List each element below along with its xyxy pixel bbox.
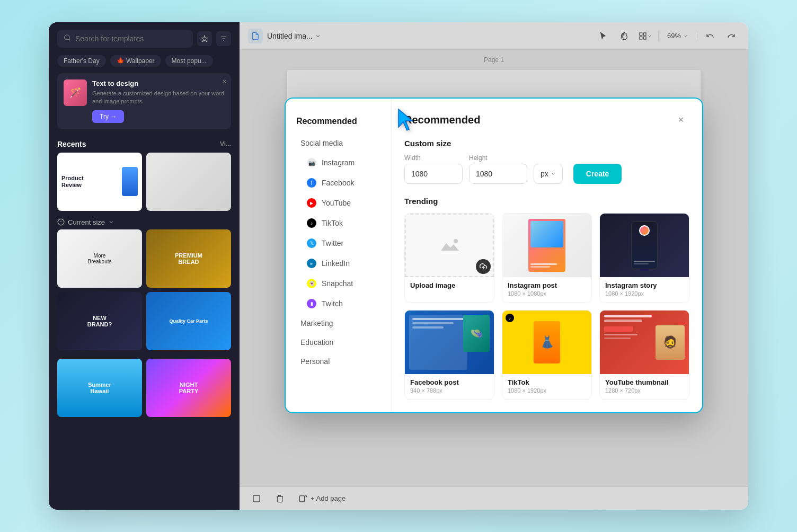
svg-point-13 xyxy=(454,239,458,243)
svg-point-0 xyxy=(65,35,69,40)
instagram-icon: 📷 xyxy=(307,158,316,167)
size-inputs: Width Height px xyxy=(404,154,689,184)
recent-item-summer[interactable]: SummerHawaii xyxy=(57,359,142,417)
custom-size-section: Custom size Width Height xyxy=(404,139,689,184)
modal-nav-education[interactable]: Education xyxy=(290,333,387,352)
modal-nav-linkedin[interactable]: in LinkedIn xyxy=(290,253,387,273)
banner-description: Generate a customized design based on yo… xyxy=(92,90,225,106)
trending-dims-youtube-thumbnail: 1280 × 720px xyxy=(605,387,684,394)
recents-grid-top: ProductReview xyxy=(49,153,240,215)
unit-field: px xyxy=(534,164,563,184)
recents-label: Recents xyxy=(57,140,86,148)
unit-select[interactable]: px xyxy=(534,164,563,184)
banner-thumbnail: 🪄 xyxy=(64,79,87,106)
trending-item-instagram-story[interactable]: Instagram story 1080 × 1920px xyxy=(599,213,689,303)
trending-dims-tiktok: 1080 × 1920px xyxy=(508,387,586,394)
modal-nav-instagram[interactable]: 📷 Instagram xyxy=(290,153,387,173)
banner-close-button[interactable]: × xyxy=(223,77,227,86)
trending-item-tiktok[interactable]: 👗 ♪ TikTok 1080 × 1920px xyxy=(502,310,592,400)
tiktok-thumb: 👗 ♪ xyxy=(502,311,591,374)
trending-dims-facebook-post: 940 × 788px xyxy=(410,387,489,394)
trending-info-instagram-story: Instagram story 1080 × 1920px xyxy=(600,277,689,302)
search-input-wrapper[interactable] xyxy=(57,30,193,48)
view-all-link[interactable]: Vi... xyxy=(220,140,231,148)
trending-item-instagram-post[interactable]: Instagram post 1080 × 1080px xyxy=(502,213,592,303)
trending-grid: Upload image xyxy=(404,213,689,400)
instagram-post-thumb xyxy=(502,214,591,277)
sidebar: Father's Day 🍁 Wallpaper Most popu... 🪄 … xyxy=(49,22,240,510)
modal-nav-youtube[interactable]: ▶ YouTube xyxy=(290,193,387,213)
width-label: Width xyxy=(404,154,463,162)
width-field: Width xyxy=(404,154,463,184)
create-button[interactable]: Create xyxy=(573,164,622,184)
modal-nav-facebook[interactable]: f Facebook xyxy=(290,173,387,193)
twitter-icon: 𝕏 xyxy=(307,238,316,248)
modal-nav-social-media[interactable]: Social media xyxy=(290,134,387,153)
trending-name-upload: Upload image xyxy=(410,281,489,289)
recent-item-new-brand[interactable]: NEWBRAND? xyxy=(57,292,142,350)
height-input[interactable] xyxy=(469,164,527,184)
trending-dims-instagram-story: 1080 × 1920px xyxy=(605,290,684,297)
filter-icon[interactable] xyxy=(216,31,231,46)
try-button[interactable]: Try → xyxy=(92,110,124,123)
modal-nav-snapchat[interactable]: 👻 Snapchat xyxy=(290,273,387,294)
recent-item-2[interactable] xyxy=(146,153,231,211)
modal-nav: Recommended Social media 📷 Instagram xyxy=(286,99,392,412)
modal-header: Recommended × xyxy=(404,111,689,128)
trending-info-facebook-post: Facebook post 940 × 788px xyxy=(405,374,494,399)
tag-fathers-day[interactable]: Father's Day xyxy=(57,55,106,67)
product-review-text: ProductReview xyxy=(61,175,84,189)
modal-nav-twitch[interactable]: ▮ Twitch xyxy=(290,294,387,314)
modal-nav-personal[interactable]: Personal xyxy=(290,352,387,371)
tag-wallpaper[interactable]: 🍁 Wallpaper xyxy=(110,55,161,67)
recent-item-night-party[interactable]: NIGHTPARTY xyxy=(146,359,231,417)
tag-most-popular[interactable]: Most popu... xyxy=(165,55,213,67)
upload-button[interactable] xyxy=(476,259,491,274)
recents-grid-mid: MoreBreakouts PREMIUMBREAD NEWBRAND? Qua… xyxy=(49,229,240,354)
magic-icon[interactable] xyxy=(197,31,212,46)
width-input[interactable] xyxy=(404,164,463,184)
trending-item-facebook-post[interactable]: 👒 Facebook post 940 × 788px xyxy=(404,310,494,400)
trending-item-upload[interactable]: Upload image xyxy=(404,213,494,303)
modal-overlay: Recommended Social media 📷 Instagram xyxy=(240,22,748,510)
modal-nav-marketing[interactable]: Marketing xyxy=(290,314,387,333)
recent-item-product-review[interactable]: ProductReview xyxy=(57,153,142,211)
main-container: Father's Day 🍁 Wallpaper Most popu... 🪄 … xyxy=(49,22,748,510)
banner-content: Text to design Generate a customized des… xyxy=(92,79,225,123)
trending-section: Trending xyxy=(404,197,689,400)
trending-name-instagram-story: Instagram story xyxy=(605,281,684,289)
tag-row: Father's Day 🍁 Wallpaper Most popu... xyxy=(49,55,240,73)
tiktok-icon: ♪ xyxy=(307,218,316,228)
trending-info-instagram-post: Instagram post 1080 × 1080px xyxy=(502,277,591,302)
recent-item-car-parts[interactable]: Quality Car Parts xyxy=(146,292,231,350)
recent-item-bread[interactable]: PREMIUMBREAD xyxy=(146,229,231,288)
snapchat-icon: 👻 xyxy=(307,279,316,288)
search-icon xyxy=(64,34,71,43)
recents-grid-bottom: SummerHawaii NIGHTPARTY xyxy=(49,359,240,417)
facebook-post-thumb: 👒 xyxy=(405,311,494,374)
trending-name-instagram-post: Instagram post xyxy=(508,281,586,289)
recent-item-more-breakouts[interactable]: MoreBreakouts xyxy=(57,229,142,288)
banner-title: Text to design xyxy=(92,79,225,87)
cursor-arrow xyxy=(396,107,418,134)
modal-nav-selected: Recommended xyxy=(286,111,391,131)
product-review-phone xyxy=(122,167,138,196)
youtube-thumb: 🧔 xyxy=(600,311,689,374)
modal-content: Recommended × Custom size Width Hei xyxy=(392,99,702,412)
trending-item-youtube-thumbnail[interactable]: 🧔 xyxy=(599,310,689,400)
modal-nav-tiktok[interactable]: ♪ TikTok xyxy=(290,213,387,233)
trending-label: Trending xyxy=(404,197,689,206)
text-to-design-banner: 🪄 Text to design Generate a customized d… xyxy=(57,73,231,129)
search-input[interactable] xyxy=(75,34,187,43)
search-bar xyxy=(49,22,240,55)
trending-info-tiktok: TikTok 1080 × 1920px xyxy=(502,374,591,399)
youtube-icon: ▶ xyxy=(307,198,316,208)
height-field: Height xyxy=(469,154,527,184)
current-size-row[interactable]: Current size xyxy=(49,215,240,229)
upload-icon-area xyxy=(437,236,462,255)
modal-nav-twitter[interactable]: 𝕏 Twitter xyxy=(290,233,387,253)
modal-close-button[interactable]: × xyxy=(672,111,689,128)
upload-thumb xyxy=(405,214,494,277)
recents-header: Recents Vi... xyxy=(49,136,240,153)
trending-dims-instagram-post: 1080 × 1080px xyxy=(508,290,586,297)
